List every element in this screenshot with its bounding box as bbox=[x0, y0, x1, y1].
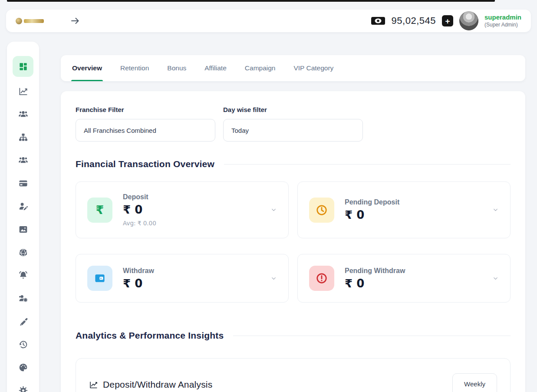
deposit-card: ₹ Deposit ₹ 0 Avg: ₹ 0.00 bbox=[76, 181, 289, 238]
brand-logo-text bbox=[24, 19, 44, 23]
sidebar-item-dashboard[interactable] bbox=[7, 53, 39, 80]
deposit-card-value: ₹ 0 bbox=[123, 203, 156, 216]
history-icon bbox=[18, 339, 28, 349]
pending-deposit-card: Pending Deposit ₹ 0 bbox=[297, 181, 511, 238]
daywise-filter: Day wise filter Today bbox=[223, 106, 363, 142]
sidebar-toggle-arrow-icon[interactable] bbox=[70, 16, 80, 26]
line-chart-icon bbox=[18, 86, 28, 96]
wallet-icon bbox=[87, 266, 112, 291]
filters-row: Franchise Filter All Franchises Combined… bbox=[76, 106, 511, 142]
tab-affiliate[interactable]: Affiliate bbox=[204, 55, 227, 81]
sidebar-nav bbox=[7, 42, 39, 392]
pen-nib-icon bbox=[18, 316, 28, 326]
tab-overview[interactable]: Overview bbox=[72, 55, 102, 81]
header-bar: 95,02,545 + superadmin (Super Admin) bbox=[6, 10, 531, 32]
daywise-filter-label: Day wise filter bbox=[223, 106, 363, 113]
credit-card-icon bbox=[18, 178, 28, 188]
section-divider bbox=[233, 336, 511, 336]
brand-logo-icon bbox=[16, 18, 22, 24]
franchise-filter-label: Franchise Filter bbox=[76, 106, 215, 113]
line-chart-icon bbox=[89, 380, 98, 389]
sidebar-item-franchise-tree[interactable] bbox=[7, 126, 39, 149]
analytics-section-title: Analytics & Performance Insights bbox=[76, 330, 224, 341]
pending-withdraw-card-value: ₹ 0 bbox=[345, 277, 405, 290]
users-icon bbox=[18, 155, 28, 165]
sidebar-item-agents[interactable] bbox=[7, 149, 39, 172]
sidebar-item-content-editor[interactable] bbox=[7, 310, 39, 333]
withdraw-card: Withdraw ₹ 0 bbox=[76, 254, 289, 303]
pending-withdraw-card: Pending Withdraw ₹ 0 bbox=[297, 254, 511, 303]
dice-d20-icon bbox=[18, 247, 28, 257]
add-balance-button[interactable]: + bbox=[442, 15, 453, 26]
tab-retention[interactable]: Retention bbox=[120, 55, 149, 81]
chart-panel-header: Deposit/Withdraw Analysis bbox=[89, 379, 212, 390]
user-info: superadmin (Super Admin) bbox=[484, 13, 521, 28]
sidebar-item-settings[interactable] bbox=[7, 379, 39, 392]
sidebar-item-players[interactable] bbox=[7, 103, 39, 126]
alert-circle-icon bbox=[309, 266, 334, 291]
avatar[interactable] bbox=[459, 11, 478, 30]
palette-icon bbox=[18, 362, 28, 372]
top-loading-strip bbox=[7, 0, 495, 2]
sidebar-item-analytics[interactable] bbox=[7, 80, 39, 103]
sidebar-item-games[interactable] bbox=[7, 241, 39, 264]
dashboard-content: Franchise Filter All Franchises Combined… bbox=[61, 91, 525, 392]
chart-panel-title: Deposit/Withdraw Analysis bbox=[103, 379, 212, 390]
tab-bonus[interactable]: Bonus bbox=[167, 55, 186, 81]
pending-deposit-card-value: ₹ 0 bbox=[345, 208, 399, 221]
sitemap-icon bbox=[18, 132, 28, 142]
gear-icon bbox=[18, 385, 28, 392]
sidebar-item-history[interactable] bbox=[7, 333, 39, 356]
pending-deposit-card-title: Pending Deposit bbox=[345, 198, 399, 206]
username: superadmin bbox=[484, 13, 521, 22]
brand-logo bbox=[16, 18, 44, 24]
section-divider bbox=[224, 164, 511, 165]
pending-deposit-card-chevron-down-icon[interactable] bbox=[492, 207, 499, 213]
withdraw-card-title: Withdraw bbox=[123, 267, 154, 275]
analytics-section-header: Analytics & Performance Insights bbox=[76, 330, 511, 341]
dashboard-icon bbox=[13, 56, 33, 77]
stat-cards-grid: ₹ Deposit ₹ 0 Avg: ₹ 0.00 Pending Deposi… bbox=[76, 181, 511, 303]
image-icon bbox=[18, 224, 28, 234]
financial-section-header: Financial Transaction Overview bbox=[76, 159, 511, 169]
pending-withdraw-card-title: Pending Withdraw bbox=[345, 267, 405, 275]
deposit-card-chevron-down-icon[interactable] bbox=[270, 207, 277, 213]
chart-period-select[interactable]: Weekly bbox=[452, 373, 497, 392]
user-role: (Super Admin) bbox=[484, 22, 521, 28]
franchise-filter: Franchise Filter All Franchises Combined bbox=[76, 106, 215, 142]
balance-amount: 95,02,545 bbox=[392, 15, 436, 26]
rupee-icon: ₹ bbox=[87, 198, 112, 223]
deposit-withdraw-analysis-panel: Deposit/Withdraw Analysis Weekly bbox=[76, 358, 511, 392]
pending-withdraw-card-chevron-down-icon[interactable] bbox=[492, 275, 499, 282]
users-gear-icon bbox=[18, 293, 28, 303]
tab-vip-category[interactable]: VIP Category bbox=[293, 55, 333, 81]
bell-icon bbox=[18, 270, 28, 280]
sidebar-item-user-edit[interactable] bbox=[7, 195, 39, 218]
daywise-filter-select[interactable]: Today bbox=[223, 119, 363, 142]
dashboard-tabs: Overview Retention Bonus Affiliate Campa… bbox=[61, 55, 525, 81]
sidebar-item-payments[interactable] bbox=[7, 172, 39, 195]
clock-icon bbox=[309, 198, 334, 223]
sidebar-item-banners[interactable] bbox=[7, 218, 39, 241]
user-pen-icon bbox=[18, 201, 28, 211]
sidebar-item-notifications[interactable] bbox=[7, 264, 39, 287]
sidebar-item-user-management[interactable] bbox=[7, 287, 39, 310]
franchise-filter-select[interactable]: All Franchises Combined bbox=[76, 119, 215, 142]
tab-campaign[interactable]: Campaign bbox=[245, 55, 276, 81]
withdraw-card-chevron-down-icon[interactable] bbox=[270, 275, 277, 282]
sidebar-item-theme[interactable] bbox=[7, 356, 39, 379]
deposit-card-avg: Avg: ₹ 0.00 bbox=[123, 220, 156, 227]
withdraw-card-value: ₹ 0 bbox=[123, 277, 154, 290]
money-icon bbox=[371, 16, 385, 26]
financial-section-title: Financial Transaction Overview bbox=[76, 159, 214, 169]
users-icon bbox=[18, 109, 28, 119]
deposit-card-title: Deposit bbox=[123, 193, 156, 201]
